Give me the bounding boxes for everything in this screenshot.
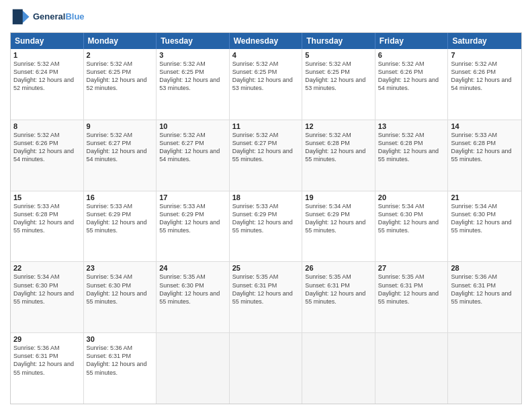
day-info: Sunrise: 5:33 AMSunset: 6:29 PMDaylight:…: [159, 202, 226, 235]
calendar-day-cell: [157, 333, 230, 404]
day-number: 6: [378, 51, 445, 59]
day-number: 29: [13, 335, 81, 343]
calendar-day-cell: 4Sunrise: 5:32 AMSunset: 6:25 PMDaylight…: [230, 49, 303, 120]
calendar-day-cell: 27Sunrise: 5:35 AMSunset: 6:31 PMDayligh…: [375, 262, 449, 332]
calendar-day-cell: 2Sunrise: 5:32 AMSunset: 6:25 PMDaylight…: [84, 49, 157, 120]
day-info: Sunrise: 5:32 AMSunset: 6:26 PMDaylight:…: [451, 60, 519, 93]
calendar-day-cell: 20Sunrise: 5:34 AMSunset: 6:30 PMDayligh…: [375, 191, 449, 262]
calendar-header: SundayMondayTuesdayWednesdayThursdayFrid…: [11, 33, 521, 49]
day-info: Sunrise: 5:32 AMSunset: 6:25 PMDaylight:…: [159, 60, 226, 93]
day-info: Sunrise: 5:34 AMSunset: 6:30 PMDaylight:…: [378, 202, 445, 235]
day-number: 5: [305, 51, 372, 59]
day-info: Sunrise: 5:32 AMSunset: 6:26 PMDaylight:…: [378, 60, 445, 93]
calendar-week-row: 15Sunrise: 5:33 AMSunset: 6:28 PMDayligh…: [11, 191, 521, 263]
day-number: 19: [305, 193, 372, 201]
day-number: 20: [378, 193, 445, 201]
calendar-day-cell: 10Sunrise: 5:32 AMSunset: 6:27 PMDayligh…: [157, 120, 230, 191]
page: GeneralBlue SundayMondayTuesdayWednesday…: [0, 0, 532, 411]
day-number: 17: [159, 193, 226, 201]
calendar-day-cell: 21Sunrise: 5:34 AMSunset: 6:30 PMDayligh…: [448, 191, 521, 262]
calendar-day-cell: 30Sunrise: 5:36 AMSunset: 6:31 PMDayligh…: [84, 333, 157, 404]
weekday-header: Sunday: [11, 33, 84, 49]
day-number: 26: [305, 264, 372, 272]
day-number: 24: [159, 264, 226, 272]
day-info: Sunrise: 5:36 AMSunset: 6:31 PMDaylight:…: [13, 344, 81, 377]
calendar-day-cell: [230, 333, 303, 404]
day-number: 8: [13, 122, 81, 130]
svg-rect-1: [13, 9, 23, 25]
calendar-day-cell: 22Sunrise: 5:34 AMSunset: 6:30 PMDayligh…: [11, 262, 84, 332]
day-info: Sunrise: 5:35 AMSunset: 6:31 PMDaylight:…: [232, 273, 300, 306]
day-number: 3: [159, 51, 226, 59]
day-info: Sunrise: 5:35 AMSunset: 6:30 PMDaylight:…: [159, 273, 226, 306]
day-number: 18: [232, 193, 300, 201]
day-info: Sunrise: 5:34 AMSunset: 6:29 PMDaylight:…: [305, 202, 372, 235]
day-number: 21: [451, 193, 519, 201]
day-number: 13: [378, 122, 445, 130]
day-info: Sunrise: 5:32 AMSunset: 6:27 PMDaylight:…: [159, 131, 226, 164]
calendar-week-row: 22Sunrise: 5:34 AMSunset: 6:30 PMDayligh…: [11, 262, 521, 333]
day-info: Sunrise: 5:33 AMSunset: 6:29 PMDaylight:…: [232, 202, 300, 235]
calendar-day-cell: 13Sunrise: 5:32 AMSunset: 6:28 PMDayligh…: [375, 120, 449, 191]
calendar-week-row: 29Sunrise: 5:36 AMSunset: 6:31 PMDayligh…: [11, 333, 521, 404]
day-info: Sunrise: 5:32 AMSunset: 6:25 PMDaylight:…: [232, 60, 300, 93]
calendar-day-cell: 15Sunrise: 5:33 AMSunset: 6:28 PMDayligh…: [11, 191, 84, 262]
calendar-day-cell: 14Sunrise: 5:33 AMSunset: 6:28 PMDayligh…: [448, 120, 521, 191]
calendar-day-cell: [302, 333, 375, 404]
calendar-day-cell: 23Sunrise: 5:34 AMSunset: 6:30 PMDayligh…: [84, 262, 157, 332]
calendar-day-cell: 6Sunrise: 5:32 AMSunset: 6:26 PMDaylight…: [375, 49, 449, 120]
calendar-day-cell: 1Sunrise: 5:32 AMSunset: 6:24 PMDaylight…: [11, 49, 84, 120]
day-number: 23: [87, 264, 154, 272]
day-number: 10: [159, 122, 226, 130]
calendar-day-cell: 5Sunrise: 5:32 AMSunset: 6:25 PMDaylight…: [302, 49, 375, 120]
day-number: 1: [13, 51, 81, 59]
calendar-day-cell: 26Sunrise: 5:35 AMSunset: 6:31 PMDayligh…: [302, 262, 375, 332]
calendar-day-cell: 8Sunrise: 5:32 AMSunset: 6:26 PMDaylight…: [11, 120, 84, 191]
calendar-day-cell: 18Sunrise: 5:33 AMSunset: 6:29 PMDayligh…: [230, 191, 303, 262]
day-info: Sunrise: 5:32 AMSunset: 6:26 PMDaylight:…: [13, 131, 81, 164]
day-info: Sunrise: 5:32 AMSunset: 6:27 PMDaylight:…: [87, 131, 154, 164]
day-info: Sunrise: 5:32 AMSunset: 6:25 PMDaylight:…: [87, 60, 154, 93]
day-info: Sunrise: 5:32 AMSunset: 6:25 PMDaylight:…: [305, 60, 372, 93]
day-info: Sunrise: 5:36 AMSunset: 6:31 PMDaylight:…: [451, 273, 519, 306]
day-number: 7: [451, 51, 519, 59]
calendar-day-cell: 9Sunrise: 5:32 AMSunset: 6:27 PMDaylight…: [84, 120, 157, 191]
day-info: Sunrise: 5:35 AMSunset: 6:31 PMDaylight:…: [378, 273, 445, 306]
day-info: Sunrise: 5:33 AMSunset: 6:28 PMDaylight:…: [13, 202, 81, 235]
calendar-day-cell: 28Sunrise: 5:36 AMSunset: 6:31 PMDayligh…: [448, 262, 521, 332]
day-info: Sunrise: 5:32 AMSunset: 6:28 PMDaylight:…: [378, 131, 445, 164]
calendar-day-cell: 29Sunrise: 5:36 AMSunset: 6:31 PMDayligh…: [11, 333, 84, 404]
calendar-day-cell: [448, 333, 521, 404]
day-info: Sunrise: 5:34 AMSunset: 6:30 PMDaylight:…: [451, 202, 519, 235]
day-number: 16: [87, 193, 154, 201]
calendar-day-cell: 12Sunrise: 5:32 AMSunset: 6:28 PMDayligh…: [302, 120, 375, 191]
logo: GeneralBlue: [10, 7, 85, 27]
calendar-day-cell: 24Sunrise: 5:35 AMSunset: 6:30 PMDayligh…: [157, 262, 230, 332]
day-number: 30: [87, 335, 154, 343]
calendar-day-cell: 19Sunrise: 5:34 AMSunset: 6:29 PMDayligh…: [302, 191, 375, 262]
logo-text: GeneralBlue: [33, 11, 85, 22]
day-info: Sunrise: 5:34 AMSunset: 6:30 PMDaylight:…: [13, 273, 81, 306]
day-info: Sunrise: 5:33 AMSunset: 6:28 PMDaylight:…: [451, 131, 519, 164]
calendar: SundayMondayTuesdayWednesdayThursdayFrid…: [10, 32, 522, 404]
day-number: 14: [451, 122, 519, 130]
day-info: Sunrise: 5:36 AMSunset: 6:31 PMDaylight:…: [87, 344, 154, 377]
day-info: Sunrise: 5:32 AMSunset: 6:27 PMDaylight:…: [232, 131, 300, 164]
day-number: 12: [305, 122, 372, 130]
calendar-day-cell: 7Sunrise: 5:32 AMSunset: 6:26 PMDaylight…: [448, 49, 521, 120]
calendar-week-row: 8Sunrise: 5:32 AMSunset: 6:26 PMDaylight…: [11, 120, 521, 191]
day-info: Sunrise: 5:35 AMSunset: 6:31 PMDaylight:…: [305, 273, 372, 306]
day-info: Sunrise: 5:34 AMSunset: 6:30 PMDaylight:…: [87, 273, 154, 306]
calendar-day-cell: 17Sunrise: 5:33 AMSunset: 6:29 PMDayligh…: [157, 191, 230, 262]
weekday-header: Monday: [84, 33, 157, 49]
day-info: Sunrise: 5:32 AMSunset: 6:28 PMDaylight:…: [305, 131, 372, 164]
day-number: 11: [232, 122, 300, 130]
day-number: 9: [87, 122, 154, 130]
weekday-header: Wednesday: [230, 33, 303, 49]
weekday-header: Saturday: [448, 33, 521, 49]
day-number: 22: [13, 264, 81, 272]
calendar-day-cell: 11Sunrise: 5:32 AMSunset: 6:27 PMDayligh…: [230, 120, 303, 191]
day-info: Sunrise: 5:33 AMSunset: 6:29 PMDaylight:…: [87, 202, 154, 235]
calendar-body: 1Sunrise: 5:32 AMSunset: 6:24 PMDaylight…: [11, 49, 521, 404]
day-number: 2: [87, 51, 154, 59]
